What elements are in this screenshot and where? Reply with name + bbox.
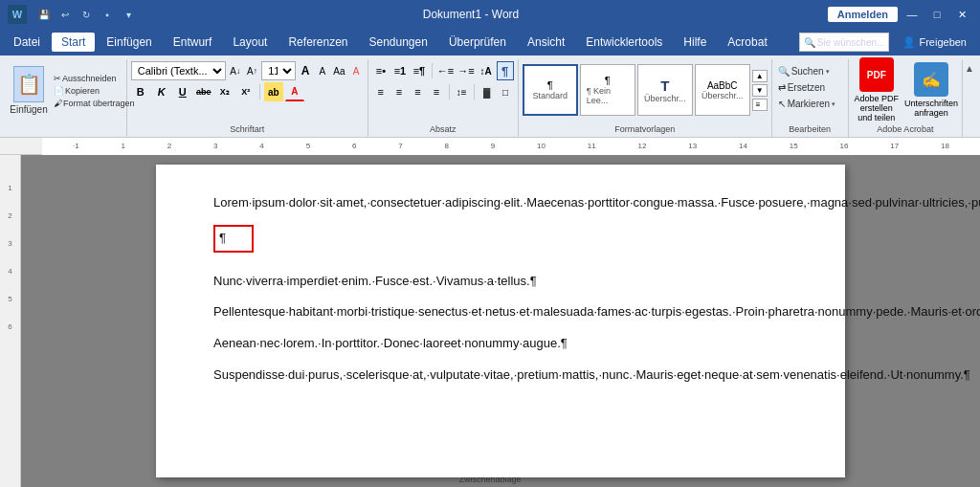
aa-button[interactable]: Aa (332, 62, 347, 79)
menu-ansicht[interactable]: Ansicht (518, 33, 574, 52)
sort-button[interactable]: ↕A (478, 61, 495, 80)
font-size-increase-button[interactable]: A (298, 62, 313, 79)
format-painter-button[interactable]: 🖌 Format übertragen (52, 98, 137, 109)
shading-button[interactable]: ▓ (479, 82, 495, 101)
redo-button[interactable]: ↻ (77, 5, 96, 24)
styles-expand[interactable]: ≡ (752, 99, 768, 111)
search-box[interactable]: 🔍 Sie wünschen... (799, 33, 890, 52)
decrease-font-size-button[interactable]: A↓ (228, 62, 243, 79)
binoculars-icon: 🔍 (778, 66, 790, 77)
request-signature-button[interactable]: ✍ Unterschriften anfragen (904, 62, 958, 118)
main-area: 1 2 3 4 5 6 Lorem·ipsum·dolor·sit·amet,·… (0, 155, 980, 487)
multilevel-button[interactable]: ≡¶ (411, 61, 428, 80)
font-group: Calibri (Textk... A↓ A↑ 11 A A Aa A B K … (127, 59, 368, 137)
edit-buttons: 🔍 Suchen ▾ ⇄ Ersetzen ↖ Markieren ▾ (776, 61, 844, 110)
align-center-button[interactable]: ≡ (390, 82, 407, 101)
mark-button[interactable]: ↖ Markieren ▾ (776, 98, 844, 110)
search-button[interactable]: 🔍 Suchen ▾ (776, 65, 844, 77)
left-margin-ruler: 1 2 3 4 5 6 (0, 155, 21, 487)
window-title: Dokument1 - Word (161, 8, 781, 21)
paste-button[interactable]: 📋 Einfügen (8, 61, 50, 120)
anmelden-button[interactable]: Anmelden (828, 7, 898, 22)
menu-entwicklertools[interactable]: Entwicklertools (576, 33, 672, 52)
menu-layout[interactable]: Layout (223, 33, 277, 52)
menu-ueberpruefen[interactable]: Überprüfen (439, 33, 516, 52)
bearbeiten-label: Bearbeiten (772, 124, 848, 134)
styles-scroll-down[interactable]: ▼ (752, 84, 768, 97)
highlight-button[interactable]: A (348, 62, 364, 79)
menu-entwurf[interactable]: Entwurf (164, 33, 222, 52)
menu-datei[interactable]: Datei (4, 33, 50, 52)
show-marks-button[interactable]: ¶ (497, 61, 514, 80)
menu-acrobat[interactable]: Acrobat (718, 33, 776, 52)
menu-referenzen[interactable]: Referenzen (278, 33, 357, 52)
person-icon: 👤 (902, 36, 916, 48)
replace-button[interactable]: ⇄ Ersetzen (776, 81, 844, 94)
font-family-select[interactable]: Calibri (Textk... (131, 61, 226, 80)
align-left-button[interactable]: ≡ (372, 82, 389, 101)
font-size-decrease-button[interactable]: A (315, 62, 330, 79)
text-highlight-button[interactable]: ab (264, 82, 283, 101)
quick-access-dropdown[interactable]: ▾ (119, 5, 138, 24)
numbering-button[interactable]: ≡1 (391, 61, 409, 80)
borders-button[interactable]: □ (497, 82, 513, 101)
style-ueberschrift[interactable]: T Überschr... (637, 64, 693, 116)
justify-button[interactable]: ≡ (428, 82, 444, 101)
increase-indent-button[interactable]: →≡ (457, 61, 475, 80)
font-color-button[interactable]: A (285, 82, 304, 101)
paragraph-6[interactable]: Suspendisse·dui·purus,·scelerisque·at,·v… (213, 365, 788, 386)
menu-hilfe[interactable]: Hilfe (674, 33, 716, 52)
bold-button[interactable]: B (131, 82, 150, 101)
copy-button[interactable]: 📄 Kopieren (52, 85, 137, 97)
mark-dropdown-arrow: ▾ (832, 100, 835, 108)
strikethrough-button[interactable]: abe (194, 82, 213, 101)
paragraph-4[interactable]: Pellentesque·habitant·morbi·tristique·se… (213, 302, 788, 322)
italic-button[interactable]: K (152, 82, 171, 101)
paragraph-1[interactable]: Lorem·ipsum·dolor·sit·amet,·consectetuer… (213, 193, 788, 213)
customize-button[interactable]: ▪ (98, 5, 117, 24)
close-button[interactable]: ✕ (951, 4, 972, 25)
pdf-icon: PDF (859, 57, 894, 92)
brush-icon: 🖌 (54, 99, 62, 108)
style-standard[interactable]: ¶ Standard (523, 64, 578, 116)
subscript-button[interactable]: X₂ (215, 82, 234, 101)
font-row-1: Calibri (Textk... A↓ A↑ 11 A A Aa A (131, 61, 364, 80)
style-aabbccdc-4[interactable]: AaBbC Überschr... (695, 64, 750, 116)
increase-font-size-button[interactable]: A↑ (245, 62, 260, 79)
minimize-button[interactable]: — (902, 4, 923, 25)
pilcrow-selected-box: ¶ (213, 225, 254, 253)
title-bar-left: W 💾 ↩ ↻ ▪ ▾ (8, 5, 161, 24)
ruler: ·1 1 2 3 4 5 6 7 8 9 10 11 12 13 14 15 1… (0, 138, 980, 155)
ribbon: 📋 Einfügen ✂ Ausschneiden 📄 Kopieren 🖌 F… (0, 55, 980, 138)
document-area[interactable]: Lorem·ipsum·dolor·sit·amet,·consectetuer… (21, 155, 980, 487)
document-page[interactable]: Lorem·ipsum·dolor·sit·amet,·consectetuer… (156, 165, 845, 477)
schriftart-label: Schriftart (127, 124, 368, 134)
paragraph-2-selected[interactable]: ¶ (213, 225, 788, 260)
search-dropdown-arrow: ▾ (826, 68, 830, 76)
title-bar-right: Anmelden — □ ✕ (781, 4, 972, 25)
cut-button[interactable]: ✂ Ausschneiden (52, 73, 137, 84)
freigeben-button[interactable]: 👤 Freigeben (893, 33, 976, 52)
line-spacing-button[interactable]: ↕≡ (454, 82, 470, 101)
paragraph-3[interactable]: Nunc·viverra·imperdiet·enim.·Fusce·est.·… (213, 272, 788, 292)
app-icon: W (8, 5, 27, 24)
menu-start[interactable]: Start (52, 33, 95, 52)
align-right-button[interactable]: ≡ (410, 82, 426, 101)
paragraph-5[interactable]: Aenean·nec·lorem.·In·porttitor.·Donec·la… (213, 334, 788, 354)
bullets-button[interactable]: ≡• (372, 61, 390, 80)
underline-button[interactable]: U (173, 82, 192, 101)
style-kein-leeraum[interactable]: ¶ ¶ Kein Lee... (580, 64, 635, 116)
menu-bar: Datei Start Einfügen Entwurf Layout Refe… (0, 29, 980, 55)
superscript-button[interactable]: X² (236, 82, 256, 101)
maximize-button[interactable]: □ (926, 4, 947, 25)
menu-einfuegen[interactable]: Einfügen (97, 33, 161, 52)
undo-button[interactable]: ↩ (56, 5, 75, 24)
copy-icon: 📄 (54, 86, 64, 96)
styles-scroll-up[interactable]: ▲ (752, 70, 768, 82)
decrease-indent-button[interactable]: ←≡ (436, 61, 455, 80)
menu-sendungen[interactable]: Sendungen (360, 33, 437, 52)
font-size-select[interactable]: 11 (261, 61, 296, 80)
create-pdf-button[interactable]: PDF Adobe PDF erstellen und teilen (853, 57, 901, 122)
save-button[interactable]: 💾 (34, 5, 54, 24)
ribbon-collapse-button[interactable]: ▲ (963, 59, 976, 137)
